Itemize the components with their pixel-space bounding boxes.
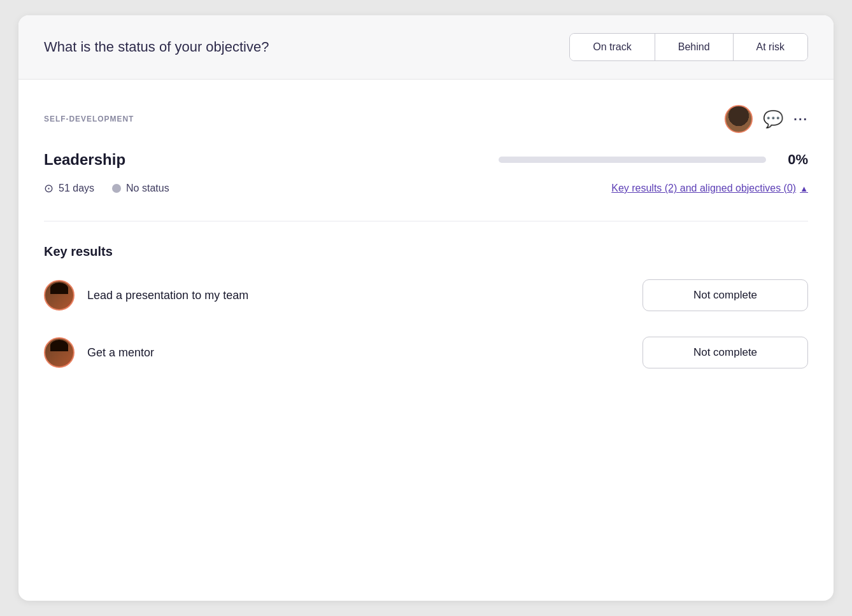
objective-title: Leadership	[44, 151, 125, 169]
comment-icon[interactable]: 💬	[763, 109, 783, 129]
days-badge: ⊙ 51 days	[44, 181, 94, 195]
clock-icon: ⊙	[44, 181, 53, 195]
objective-row: Leadership 0%	[44, 151, 808, 169]
main-card: What is the status of your objective? On…	[18, 15, 834, 601]
key-results-section: Key results Lead a presentation to my te…	[44, 244, 808, 368]
status-dot	[112, 184, 121, 193]
status-buttons: On track Behind At risk	[569, 33, 808, 61]
meta-row: ⊙ 51 days No status Key results (2) and …	[44, 181, 808, 195]
chevron-up-icon: ▲	[800, 184, 808, 193]
progress-bar-track	[499, 157, 766, 163]
not-complete-btn-2[interactable]: Not complete	[643, 337, 808, 368]
kr-avatar-1	[44, 280, 75, 311]
kr-avatar-2	[44, 337, 75, 368]
status-at-risk[interactable]: At risk	[734, 34, 807, 60]
days-label: 51 days	[59, 183, 94, 194]
progress-percentage: 0%	[776, 151, 808, 168]
status-on-track[interactable]: On track	[570, 34, 655, 60]
key-results-link-text: Key results (2) and aligned objectives (…	[611, 183, 796, 194]
more-icon[interactable]: ···	[793, 112, 808, 127]
category-label: SELF-DEVELOPMENT	[44, 115, 134, 123]
header-row: What is the status of your objective? On…	[18, 15, 834, 80]
status-label: No status	[126, 183, 169, 194]
meta-left: ⊙ 51 days No status	[44, 181, 169, 195]
avatar	[725, 105, 753, 133]
kr-item-2: Get a mentor Not complete	[44, 337, 808, 368]
kr-left-1: Lead a presentation to my team	[44, 280, 248, 311]
category-row: SELF-DEVELOPMENT 💬 ···	[44, 105, 808, 133]
key-results-link[interactable]: Key results (2) and aligned objectives (…	[611, 183, 808, 194]
category-actions: 💬 ···	[725, 105, 808, 133]
header-question: What is the status of your objective?	[44, 39, 269, 55]
status-behind[interactable]: Behind	[655, 34, 734, 60]
kr-item-1: Lead a presentation to my team Not compl…	[44, 279, 808, 311]
progress-section: 0%	[499, 151, 808, 168]
kr-label-2: Get a mentor	[87, 346, 154, 360]
body-content: SELF-DEVELOPMENT 💬 ··· Leadership 0% ⊙	[18, 80, 834, 419]
not-complete-btn-1[interactable]: Not complete	[643, 279, 808, 311]
status-badge: No status	[112, 183, 169, 194]
kr-left-2: Get a mentor	[44, 337, 154, 368]
kr-label-1: Lead a presentation to my team	[87, 289, 248, 302]
divider	[44, 221, 808, 221]
key-results-title: Key results	[44, 244, 808, 259]
